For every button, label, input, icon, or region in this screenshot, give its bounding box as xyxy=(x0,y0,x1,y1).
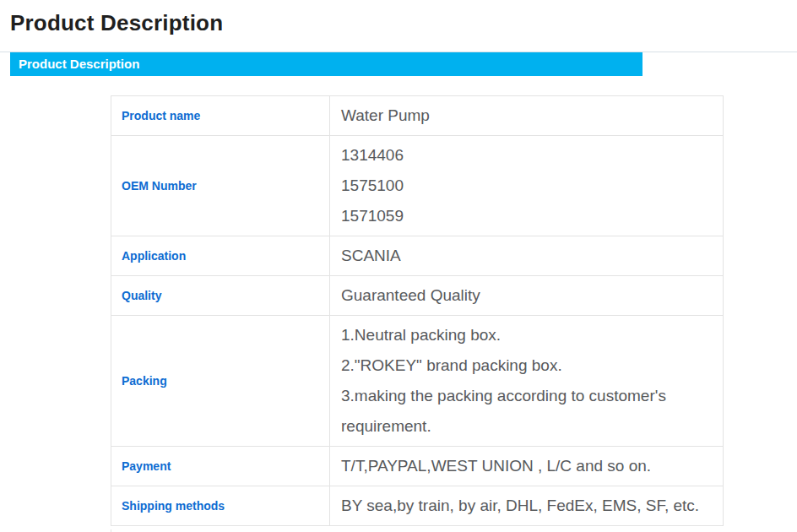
table-row: Quality Guaranteed Quality xyxy=(111,276,724,316)
product-spec-table-wrap: Product name Water Pump OEM Number 13144… xyxy=(111,95,724,526)
table-row: Payment T/T,PAYPAL,WEST UNION , L/C and … xyxy=(111,447,724,486)
spec-value: Guaranteed Quality xyxy=(330,276,724,316)
page-title: Product Description xyxy=(10,10,223,36)
spec-label: OEM Number xyxy=(111,136,330,236)
spec-value-line: Guaranteed Quality xyxy=(341,280,711,311)
table-row: OEM Number 131440615751001571059 xyxy=(111,136,724,236)
spec-value: 131440615751001571059 xyxy=(330,136,724,236)
table-row: Shipping methods BY sea,by train, by air… xyxy=(111,486,724,526)
spec-value-line: SCANIA xyxy=(341,241,711,271)
spec-value-line: Water Pump xyxy=(341,100,711,131)
spec-value: Water Pump xyxy=(330,96,724,136)
spec-value-line: BY sea,by train, by air, DHL, FedEx, EMS… xyxy=(341,491,711,521)
product-description-page: { "page": { "title": "Product Descriptio… xyxy=(0,0,797,532)
spec-label: Shipping methods xyxy=(111,486,330,526)
spec-label: Product name xyxy=(111,96,330,136)
spec-value-line: 1575100 xyxy=(341,171,711,201)
spec-label: Packing xyxy=(111,316,330,447)
spec-value: BY sea,by train, by air, DHL, FedEx, EMS… xyxy=(330,486,724,526)
spec-value-line: 1314406 xyxy=(341,140,711,171)
spec-value-line: 3.making the packing according to custom… xyxy=(341,381,711,442)
table-row: Application SCANIA xyxy=(111,236,724,276)
product-spec-table: Product name Water Pump OEM Number 13144… xyxy=(111,95,724,526)
spec-label: Quality xyxy=(111,276,330,316)
table-row: Product name Water Pump xyxy=(111,96,724,136)
spec-label: Application xyxy=(111,236,330,276)
spec-value: T/T,PAYPAL,WEST UNION , L/C and so on. xyxy=(330,447,724,486)
spec-value-line: 1.Neutral packing box. xyxy=(341,320,711,350)
table-row: Packing 1.Neutral packing box.2."ROKEY" … xyxy=(111,316,724,447)
spec-value-line: 2."ROKEY" brand packing box. xyxy=(341,350,711,381)
spec-value-line: T/T,PAYPAL,WEST UNION , L/C and so on. xyxy=(341,451,711,481)
spec-value-line: 1571059 xyxy=(341,201,711,231)
spec-label: Payment xyxy=(111,447,330,486)
section-banner: Product Description xyxy=(10,52,642,76)
spec-value: SCANIA xyxy=(330,236,724,276)
spec-value: 1.Neutral packing box.2."ROKEY" brand pa… xyxy=(330,316,724,447)
product-spec-table-body: Product name Water Pump OEM Number 13144… xyxy=(111,96,724,526)
